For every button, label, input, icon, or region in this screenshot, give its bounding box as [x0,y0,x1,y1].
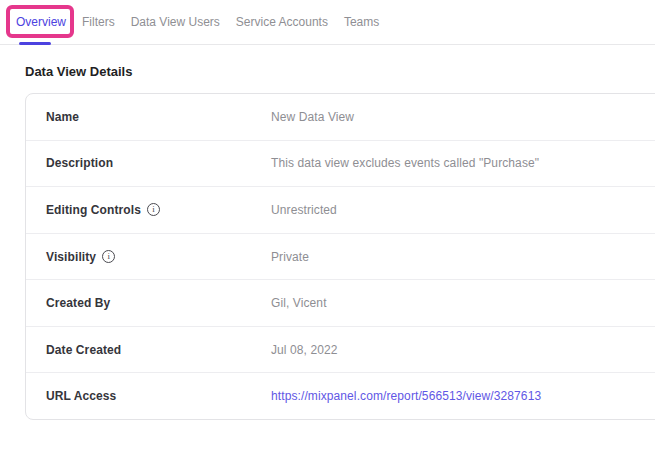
row-value: Private [271,250,309,264]
info-icon[interactable]: i [102,250,115,263]
tab-overview[interactable]: Overview [16,0,66,44]
table-row-editing-controls: Editing Controls i Unrestricted [26,186,655,233]
tab-data-view-users[interactable]: Data View Users [131,0,220,44]
tab-filters-label: Filters [82,15,115,29]
row-label-cell: Visibility i [46,250,271,264]
row-value: This data view excludes events called "P… [271,156,539,170]
page-title: Data View Details [25,64,132,79]
row-label-cell: Date Created [46,343,271,357]
row-label: Visibility [46,250,96,264]
active-tab-underline [19,42,51,45]
tab-bar: Overview Filters Data View Users Service… [0,0,655,45]
table-row-date-created: Date Created Jul 08, 2022 [26,326,655,373]
row-label: URL Access [46,389,116,403]
row-label-cell: Name [46,110,271,124]
table-row-name: Name New Data View [26,94,655,140]
row-value: New Data View [271,110,354,124]
row-label: Editing Controls [46,203,141,217]
details-card: Name New Data View Description This data… [25,93,655,420]
table-row-visibility: Visibility i Private [26,233,655,280]
row-label: Description [46,156,113,170]
tab-teams[interactable]: Teams [344,0,379,44]
row-value: Gil, Vicent [271,296,327,310]
table-row-url-access: URL Access https://mixpanel.com/report/5… [26,372,655,419]
row-value: Unrestricted [271,203,337,217]
row-label: Date Created [46,343,121,357]
tab-teams-label: Teams [344,15,379,29]
tab-service-accounts-label: Service Accounts [236,15,328,29]
row-value: Jul 08, 2022 [271,343,338,357]
tab-overview-label: Overview [16,15,66,29]
row-label-cell: Created By [46,296,271,310]
tab-filters[interactable]: Filters [82,0,115,44]
url-access-link[interactable]: https://mixpanel.com/report/566513/view/… [271,389,541,403]
row-label-cell: URL Access [46,389,271,403]
row-label-cell: Description [46,156,271,170]
table-row-created-by: Created By Gil, Vicent [26,279,655,326]
row-label: Name [46,110,79,124]
tab-service-accounts[interactable]: Service Accounts [236,0,328,44]
tab-data-view-users-label: Data View Users [131,15,220,29]
table-row-description: Description This data view excludes even… [26,140,655,187]
info-icon[interactable]: i [147,203,160,216]
row-label-cell: Editing Controls i [46,203,271,217]
row-label: Created By [46,296,110,310]
